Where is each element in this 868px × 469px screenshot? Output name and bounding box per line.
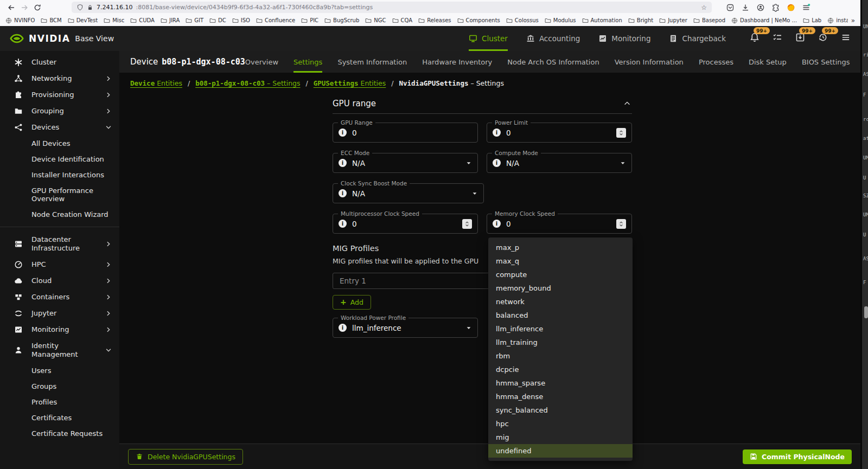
import-button[interactable]: 99+: [795, 33, 805, 44]
bookmark-item[interactable]: Colossus: [506, 17, 539, 24]
bookmark-item[interactable]: Releases: [418, 17, 451, 24]
tab-hardware-inventory[interactable]: Hardware Inventory: [422, 51, 492, 73]
dropdown-option[interactable]: hmma_dense: [488, 390, 633, 403]
sidebar-item-datacenter-infrastructure[interactable]: Datacenter Infrastructure: [0, 232, 119, 256]
bookmark-item[interactable]: Modulus: [545, 17, 576, 24]
sidebar-item-installer-interactions[interactable]: Installer Interactions: [0, 167, 119, 183]
menu-icon[interactable]: [802, 3, 810, 12]
dropdown-option[interactable]: rbm: [488, 349, 633, 363]
bookmark-item[interactable]: Confluence: [256, 17, 295, 24]
field-multiprocessor-clock-speed[interactable]: Multiprocessor Clock Speedi0: [333, 214, 478, 234]
tab-processes[interactable]: Processes: [699, 51, 733, 73]
url-bar[interactable]: 7.241.16.10 :8081/base-view/device/0434b…: [72, 2, 712, 13]
bookmark-item[interactable]: JIRA: [161, 17, 180, 24]
tab-bios-settings[interactable]: BIOS Settings: [802, 51, 850, 73]
commit-button[interactable]: Commit PhysicalNode: [743, 449, 852, 464]
dropdown-option[interactable]: memory_bound: [488, 281, 633, 295]
field-power-limit[interactable]: Power Limiti0: [487, 123, 632, 143]
history-button[interactable]: 99+: [818, 33, 828, 44]
sidebar-item-node-creation-wizard[interactable]: Node Creation Wizard: [0, 207, 119, 222]
sidebar-item-gpu-performance-overview[interactable]: GPU Performance Overview: [0, 183, 119, 207]
account-icon[interactable]: [756, 3, 765, 12]
field-memory-clock-speed[interactable]: Memory Clock Speedi0: [487, 214, 632, 234]
sidebar-item-monitoring[interactable]: Monitoring: [0, 322, 119, 338]
chevron-down-icon[interactable]: [471, 190, 478, 197]
stepper-icon[interactable]: [616, 128, 626, 138]
sidebar-item-identity-management[interactable]: Identity Management: [0, 338, 119, 363]
sidebar-item-jupyter[interactable]: Jupyter: [0, 305, 119, 322]
bookmark-item[interactable]: BugScrub: [324, 17, 359, 24]
stepper-icon[interactable]: [462, 219, 472, 229]
dropdown-option[interactable]: mig: [488, 431, 633, 444]
stepper-icon[interactable]: [616, 219, 626, 229]
bookmark-item[interactable]: NGC: [365, 17, 386, 24]
scrollbar-thumb[interactable]: [864, 306, 868, 318]
tab-overview[interactable]: Overview: [245, 51, 278, 73]
bookmark-item[interactable]: CUDA: [130, 17, 155, 24]
bookmark-item[interactable]: NVINFO: [5, 17, 35, 24]
field-workload-power-profile[interactable]: Workload Power Profileillm_inference: [333, 318, 478, 338]
chevron-down-icon[interactable]: [620, 160, 626, 166]
dropdown-option[interactable]: sync_balanced: [488, 403, 633, 417]
forward-arrow-icon[interactable]: [18, 2, 30, 13]
bookmark-item[interactable]: Components: [457, 17, 500, 24]
field-compute-mode[interactable]: Compute ModeiN/A: [487, 153, 632, 173]
delete-settings-button[interactable]: Delete NvidiaGPUSettings: [128, 449, 243, 465]
sidebar-item-grouping[interactable]: Grouping: [0, 103, 119, 119]
bookmark-item[interactable]: DevTest: [68, 17, 98, 24]
sidebar-item-containers[interactable]: Containers: [0, 289, 119, 305]
tab-system-information[interactable]: System Information: [337, 51, 407, 73]
bookmark-item[interactable]: ISO: [232, 17, 250, 24]
dropdown-option[interactable]: network: [488, 295, 633, 309]
breadcrumb-link[interactable]: Device Entities: [130, 79, 182, 87]
reload-icon[interactable]: [31, 2, 43, 13]
chevron-down-icon[interactable]: [465, 325, 472, 331]
bookmark-item[interactable]: PIC: [301, 17, 318, 24]
header-nav-accounting[interactable]: Accounting: [526, 26, 580, 51]
header-nav-cluster[interactable]: Cluster: [469, 26, 508, 51]
bookmark-item[interactable]: installation-manual...: [827, 17, 847, 24]
breadcrumb-link[interactable]: b08-p1-dgx-08-c03 – Settings: [195, 79, 300, 87]
sidebar-item-all-devices[interactable]: All Devices: [0, 136, 119, 151]
firefox-icon[interactable]: [787, 3, 795, 12]
back-arrow-icon[interactable]: [5, 2, 17, 13]
bookmark-item[interactable]: Jupyter: [659, 17, 687, 24]
sidebar-item-cluster[interactable]: Cluster: [0, 54, 119, 70]
dropdown-option[interactable]: max_q: [488, 254, 633, 268]
dropdown-option[interactable]: dcpcie: [488, 363, 633, 376]
checklist-button[interactable]: [773, 33, 782, 44]
chevron-up-icon[interactable]: [623, 100, 631, 107]
sidebar-item-hpc[interactable]: HPC: [0, 256, 119, 273]
tab-disk-setup[interactable]: Disk Setup: [749, 51, 787, 73]
header-nav-monitoring[interactable]: Monitoring: [598, 26, 650, 51]
add-entry-button[interactable]: Add: [333, 295, 371, 310]
bookmarks-overflow-icon[interactable]: »: [851, 17, 855, 24]
pocket-icon[interactable]: [726, 3, 735, 12]
sidebar-item-certificate-requests[interactable]: Certificate Requests: [0, 426, 119, 441]
breadcrumb-link[interactable]: GPUSettings Entities: [314, 79, 386, 87]
download-icon[interactable]: [741, 3, 750, 12]
bookmark-item[interactable]: Basepod: [693, 17, 725, 24]
dropdown-option[interactable]: max_p: [488, 241, 633, 254]
field-clock-sync-boost-mode[interactable]: Clock Sync Boost ModeiN/A: [333, 183, 484, 203]
sidebar-item-groups[interactable]: Groups: [0, 378, 119, 394]
bookmark-item[interactable]: Misc: [104, 17, 124, 24]
sidebar-item-networking[interactable]: Networking: [0, 70, 119, 87]
dropdown-option[interactable]: balanced: [488, 309, 633, 322]
bookmark-item[interactable]: Automation: [582, 17, 622, 24]
dropdown-option[interactable]: undefined: [488, 444, 633, 458]
dropdown-option[interactable]: llm_inference: [488, 322, 633, 336]
dropdown-option[interactable]: hmma_sparse: [488, 376, 633, 390]
bookmark-item[interactable]: Dashboard | NeMo ...: [731, 17, 797, 24]
chevron-down-icon[interactable]: [465, 160, 472, 166]
tab-version-information[interactable]: Version Information: [615, 51, 684, 73]
bookmark-item[interactable]: BCM: [41, 17, 61, 24]
sidebar-item-users[interactable]: Users: [0, 363, 119, 378]
tab-settings[interactable]: Settings: [293, 51, 322, 73]
sidebar-item-devices[interactable]: Devices: [0, 119, 119, 136]
dropdown-option[interactable]: llm_training: [488, 336, 633, 349]
sidebar-item-profiles[interactable]: Profiles: [0, 394, 119, 410]
sidebar-item-certificates[interactable]: Certificates: [0, 410, 119, 426]
dropdown-option[interactable]: compute: [488, 268, 633, 281]
header-nav-chargeback[interactable]: Chargeback: [669, 26, 726, 51]
